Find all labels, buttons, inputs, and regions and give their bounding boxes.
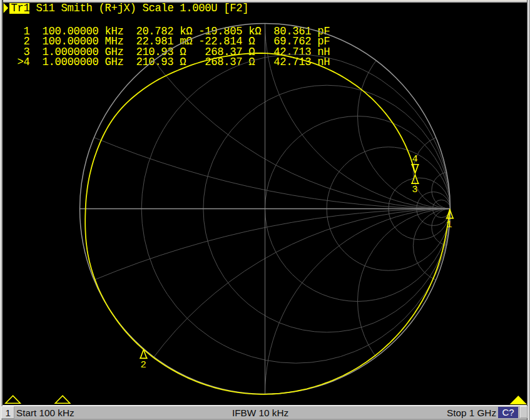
svg-text:3: 3 [412, 184, 417, 195]
svg-text:1: 1 [446, 219, 452, 230]
svg-text:4: 4 [412, 153, 418, 165]
svg-text:2: 2 [141, 359, 146, 371]
